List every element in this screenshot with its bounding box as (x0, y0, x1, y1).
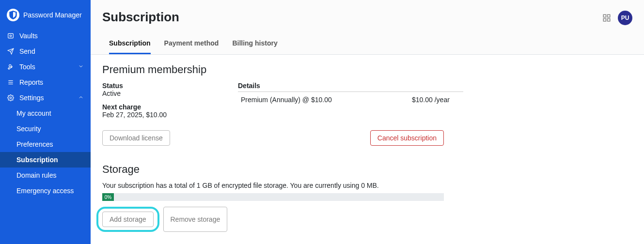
download-license-button[interactable]: Download license (102, 130, 170, 146)
sidebar-sublabel: Domain rules (16, 171, 56, 179)
sidebar: Password Manager Vaults Send Tools Repor… (0, 0, 91, 244)
cancel-subscription-button[interactable]: Cancel subscription (370, 130, 444, 146)
send-icon (7, 48, 15, 55)
header: Subscription PU Subscription Payment met… (91, 0, 644, 55)
storage-desc: Your subscription has a total of 1 GB of… (102, 182, 632, 189)
grid-icon[interactable] (602, 14, 611, 22)
tab-subscription[interactable]: Subscription (109, 35, 151, 54)
storage-progress-fill: 0% (102, 193, 114, 201)
sidebar-label: Tools (19, 63, 35, 71)
content: Premium membership Status Active Next ch… (91, 55, 644, 241)
storage-progress: 0% (102, 193, 444, 201)
details-desc: Premium (Annually) @ $10.00 (241, 96, 412, 104)
tab-billing-history[interactable]: Billing history (232, 35, 277, 54)
main: Subscription PU Subscription Payment met… (91, 0, 644, 244)
sidebar-subitem-emergency-access[interactable]: Emergency access (0, 183, 91, 198)
next-charge-label: Next charge (102, 103, 219, 111)
avatar[interactable]: PU (618, 11, 632, 25)
svg-rect-0 (8, 33, 14, 38)
details-table: Premium (Annually) @ $10.00 $10.00 /year (238, 92, 463, 107)
sidebar-sublabel: Security (16, 125, 41, 133)
sidebar-subitem-domain-rules[interactable]: Domain rules (0, 168, 91, 183)
shield-icon (7, 9, 19, 21)
remove-storage-button[interactable]: Remove storage (163, 207, 228, 232)
status-value: Active (102, 90, 219, 97)
brand-name: Password Manager (23, 11, 82, 19)
svg-rect-8 (603, 19, 606, 21)
status-label: Status (102, 82, 219, 90)
svg-point-1 (10, 35, 12, 37)
sidebar-sublabel: My account (16, 109, 51, 117)
sidebar-label: Settings (19, 94, 44, 102)
sidebar-sublabel: Preferences (16, 140, 53, 148)
sidebar-subitem-my-account[interactable]: My account (0, 106, 91, 121)
details-price: $10.00 /year (412, 96, 460, 104)
tools-icon (7, 63, 15, 70)
gear-icon (7, 94, 15, 101)
details-label: Details (238, 82, 463, 90)
next-charge-value: Feb 27, 2025, $10.00 (102, 111, 219, 119)
details-row: Premium (Annually) @ $10.00 $10.00 /year (238, 92, 463, 107)
chevron-up-icon (78, 94, 84, 102)
premium-heading: Premium membership (102, 63, 632, 76)
sidebar-item-tools[interactable]: Tools (0, 59, 91, 75)
sidebar-sublabel: Emergency access (16, 187, 74, 195)
sidebar-item-settings[interactable]: Settings (0, 90, 91, 106)
sidebar-subitem-preferences[interactable]: Preferences (0, 137, 91, 152)
tabs: Subscription Payment method Billing hist… (102, 35, 632, 54)
svg-rect-9 (608, 19, 610, 21)
svg-rect-7 (608, 15, 610, 17)
sidebar-item-send[interactable]: Send (0, 44, 91, 59)
tab-payment-method[interactable]: Payment method (164, 35, 219, 54)
sidebar-sublabel: Subscription (16, 156, 58, 164)
sidebar-label: Reports (19, 78, 43, 86)
sidebar-item-reports[interactable]: Reports (0, 75, 91, 90)
svg-rect-6 (603, 15, 606, 17)
sidebar-subitem-subscription[interactable]: Subscription (0, 152, 91, 168)
sidebar-subitem-security[interactable]: Security (0, 121, 91, 137)
reports-icon (7, 79, 15, 86)
sidebar-item-vaults[interactable]: Vaults (0, 28, 91, 44)
svg-point-5 (10, 97, 12, 99)
vault-icon (7, 32, 15, 39)
sidebar-label: Vaults (19, 32, 38, 40)
storage-heading: Storage (102, 163, 632, 176)
brand[interactable]: Password Manager (0, 5, 91, 28)
sidebar-label: Send (19, 47, 35, 55)
chevron-down-icon (78, 63, 84, 71)
page-title: Subscription (102, 10, 632, 25)
add-storage-button[interactable]: Add storage (102, 212, 154, 227)
highlight-ring: Add storage (96, 207, 159, 232)
